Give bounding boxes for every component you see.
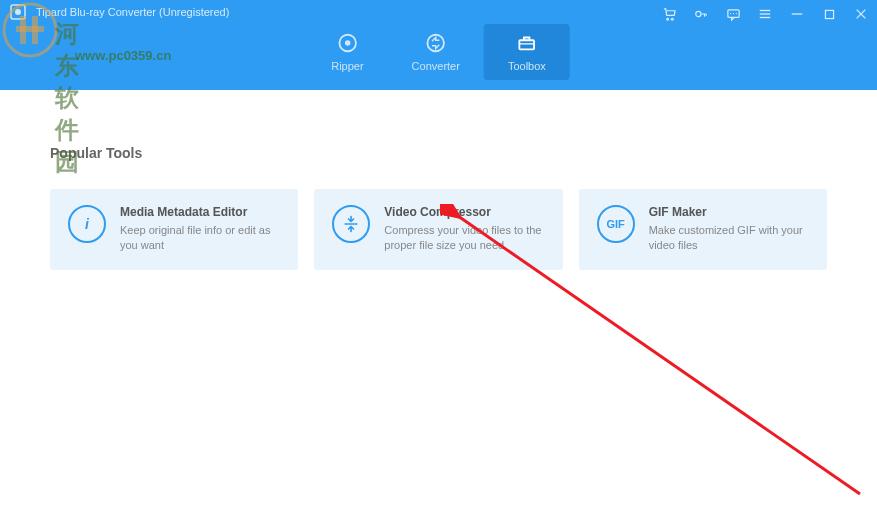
svg-point-9	[730, 12, 731, 13]
tool-desc: Make customized GIF with your video file…	[649, 223, 809, 254]
app-header: Tipard Blu-ray Converter (Unregistered) …	[0, 0, 877, 90]
tab-label: Toolbox	[508, 60, 546, 72]
svg-point-7	[696, 11, 701, 16]
tool-card-video-compressor[interactable]: Video Compressor Compress your video fil…	[314, 189, 562, 270]
ripper-icon	[336, 32, 358, 54]
tool-title: GIF Maker	[649, 205, 809, 219]
section-title: Popular Tools	[50, 145, 827, 161]
tool-card-gif-maker[interactable]: GIF GIF Maker Make customized GIF with y…	[579, 189, 827, 270]
tool-card-text: Video Compressor Compress your video fil…	[384, 205, 544, 254]
tab-ripper[interactable]: Ripper	[307, 24, 387, 80]
tool-title: Media Metadata Editor	[120, 205, 280, 219]
tool-desc: Keep original file info or edit as you w…	[120, 223, 280, 254]
tab-label: Ripper	[331, 60, 363, 72]
tool-card-text: Media Metadata Editor Keep original file…	[120, 205, 280, 254]
tab-converter[interactable]: Converter	[388, 24, 484, 80]
converter-icon	[425, 32, 447, 54]
svg-point-1	[15, 9, 21, 15]
main-content: Popular Tools i Media Metadata Editor Ke…	[0, 90, 877, 325]
tab-toolbox[interactable]: Toolbox	[484, 24, 570, 80]
close-button[interactable]	[853, 6, 869, 22]
minimize-button[interactable]	[789, 6, 805, 22]
compress-icon	[332, 205, 370, 243]
svg-rect-16	[825, 10, 833, 18]
cart-icon[interactable]	[661, 6, 677, 22]
key-icon[interactable]	[693, 6, 709, 22]
tool-card-metadata-editor[interactable]: i Media Metadata Editor Keep original fi…	[50, 189, 298, 270]
tab-label: Converter	[412, 60, 460, 72]
info-icon: i	[68, 205, 106, 243]
tool-card-text: GIF Maker Make customized GIF with your …	[649, 205, 809, 254]
gif-icon: GIF	[597, 205, 635, 243]
svg-point-11	[735, 12, 736, 13]
app-logo-icon	[8, 2, 28, 22]
menu-icon[interactable]	[757, 6, 773, 22]
svg-point-10	[732, 12, 733, 13]
tool-cards-row: i Media Metadata Editor Keep original fi…	[50, 189, 827, 270]
svg-rect-5	[520, 40, 535, 49]
feedback-icon[interactable]	[725, 6, 741, 22]
maximize-button[interactable]	[821, 6, 837, 22]
tool-desc: Compress your video files to the proper …	[384, 223, 544, 254]
svg-point-3	[345, 40, 351, 46]
window-controls	[661, 6, 869, 22]
app-title: Tipard Blu-ray Converter (Unregistered)	[36, 6, 229, 18]
tool-title: Video Compressor	[384, 205, 544, 219]
nav-tabs: Ripper Converter Toolbox	[307, 24, 570, 80]
toolbox-icon	[516, 32, 538, 54]
